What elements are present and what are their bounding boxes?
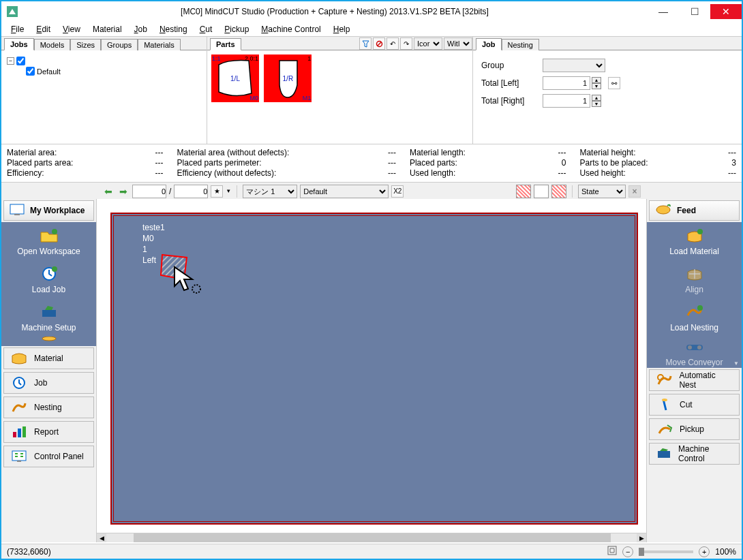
auto-nest-icon	[655, 372, 673, 388]
machine-control-button[interactable]: Machine Control	[649, 443, 740, 465]
zoom-out-button[interactable]: −	[622, 546, 633, 557]
menu-job[interactable]: Job	[129, 23, 153, 35]
move-conveyor-icon	[684, 337, 706, 356]
load-material-label: Load Material	[669, 247, 719, 256]
group-select[interactable]	[543, 59, 605, 72]
pattern-btn-3[interactable]	[551, 185, 566, 198]
icor-select[interactable]: Icor	[414, 37, 442, 50]
scroll-left[interactable]: ◀	[97, 533, 106, 542]
menu-edit[interactable]: Edit	[31, 23, 56, 35]
close-button[interactable]: ✕	[710, 4, 742, 19]
filter-icon[interactable]	[359, 37, 372, 50]
menu-cut[interactable]: Cut	[194, 23, 218, 35]
star-dropdown[interactable]: ▼	[226, 188, 231, 194]
automatic-nest-label: Automatic Nest	[679, 371, 733, 390]
zoom-in-button[interactable]: +	[699, 546, 710, 557]
witl-select[interactable]: Witl	[444, 37, 472, 50]
machine-select[interactable]: マシン 1	[243, 185, 297, 198]
load-job-button[interactable]: Load Job	[1, 260, 96, 298]
my-workplace-header[interactable]: My Workplace	[3, 200, 94, 221]
job-icon	[10, 375, 29, 391]
minimize-button[interactable]: —	[648, 4, 679, 19]
move-conveyor-dropdown-icon[interactable]: ▼	[733, 360, 739, 367]
rotate-right-icon[interactable]: ↷	[400, 37, 412, 50]
job-button[interactable]: Job	[3, 372, 94, 394]
automatic-nest-button[interactable]: Automatic Nest	[649, 369, 740, 391]
align-button[interactable]: Align	[647, 260, 742, 298]
scroll-thumb[interactable]	[134, 533, 611, 542]
tree-root-checkbox[interactable]	[16, 57, 25, 65]
svg-point-25	[662, 399, 667, 401]
menu-pickup[interactable]: Pickup	[219, 23, 254, 35]
rotate-left-icon[interactable]: ↶	[386, 37, 399, 50]
tree-root-node[interactable]: −	[7, 56, 201, 66]
menu-view[interactable]: View	[57, 23, 86, 35]
menu-machine-control[interactable]: Machine Control	[256, 23, 326, 35]
close-toolrow-button[interactable]: ×	[628, 185, 641, 198]
machine-setup-label: Machine Setup	[21, 323, 76, 332]
tree-collapse-icon[interactable]: −	[7, 57, 14, 65]
tab-job-right[interactable]: Job	[476, 38, 502, 50]
job-props-panel: Job Nesting Group Total [Left] ▲▼ ⚯ Tota…	[473, 37, 742, 144]
prev-button[interactable]: ⬅	[102, 185, 115, 198]
tab-parts[interactable]: Parts	[210, 38, 241, 50]
tab-nesting-right[interactable]: Nesting	[502, 39, 539, 50]
menu-help[interactable]: Help	[328, 23, 356, 35]
cut-button[interactable]: Cut	[649, 394, 740, 416]
tree-default-checkbox[interactable]	[26, 67, 35, 76]
scroll-right[interactable]: ▶	[637, 533, 646, 542]
total-left-down[interactable]: ▼	[592, 83, 601, 89]
open-workspace-button[interactable]: Open Workspace	[1, 222, 96, 260]
nesting-button[interactable]: Nesting	[3, 396, 94, 418]
zoom-slider[interactable]	[639, 550, 693, 553]
pattern-btn-2[interactable]	[534, 185, 549, 198]
svg-rect-3	[10, 204, 24, 214]
tab-jobs[interactable]: Jobs	[4, 38, 34, 50]
feed-label: Feed	[677, 206, 696, 215]
tab-models[interactable]: Models	[34, 39, 70, 50]
machine-setup-button[interactable]: Machine Setup	[1, 298, 96, 337]
part-card-1[interactable]: 1 M1 1/R	[264, 55, 312, 102]
page-input-1[interactable]	[132, 185, 166, 198]
pattern-btn-1[interactable]	[516, 185, 531, 198]
canvas-viewport[interactable]: teste1 M0 1 Left	[97, 199, 646, 533]
disable-icon[interactable]	[373, 37, 385, 50]
pickup-button[interactable]: Pickup	[649, 418, 740, 440]
material-button[interactable]: Material	[3, 347, 94, 369]
tree-node-default[interactable]: Default	[7, 66, 201, 76]
tab-groups[interactable]: Groups	[101, 39, 138, 50]
control-panel-button[interactable]: Control Panel	[3, 446, 94, 467]
tab-materials[interactable]: Materials	[138, 39, 181, 50]
horizontal-scrollbar[interactable]: ◀ ▶	[97, 533, 646, 542]
total-right-input[interactable]	[543, 94, 590, 108]
total-left-up[interactable]: ▲	[592, 77, 601, 83]
load-material-icon	[684, 226, 706, 245]
menu-material[interactable]: Material	[87, 23, 127, 35]
page-input-2[interactable]	[174, 185, 208, 198]
fit-icon[interactable]	[607, 546, 617, 557]
menu-file[interactable]: File	[5, 23, 29, 35]
next-button[interactable]: ➡	[117, 185, 130, 198]
part-card-0[interactable]: 1:1 2 0:1 M0 1/L	[211, 55, 259, 102]
state-select[interactable]: State	[578, 185, 626, 198]
menu-nesting[interactable]: Nesting	[154, 23, 193, 35]
feed-header[interactable]: Feed	[649, 200, 740, 221]
multiplier-button[interactable]: X2	[391, 185, 404, 198]
tab-sizes[interactable]: Sizes	[70, 39, 101, 50]
layer-select[interactable]: Default	[300, 185, 389, 198]
move-conveyor-label: Move Conveyor	[665, 358, 723, 367]
load-nesting-button[interactable]: Load Nesting	[647, 298, 742, 337]
total-right-down[interactable]: ▼	[592, 101, 601, 107]
move-conveyor-button[interactable]: Move Conveyor ▼	[647, 337, 742, 368]
job-label: Job	[34, 378, 47, 388]
star-icon[interactable]: ★	[211, 185, 223, 198]
placed-piece[interactable]	[160, 252, 189, 284]
maximize-button[interactable]: ☐	[679, 4, 710, 19]
total-right-up[interactable]: ▲	[592, 95, 601, 101]
total-left-input[interactable]	[543, 76, 590, 90]
load-material-button[interactable]: Load Material	[647, 222, 742, 260]
report-icon	[10, 424, 29, 440]
link-icon[interactable]: ⚯	[608, 77, 620, 89]
report-button[interactable]: Report	[3, 421, 94, 443]
nesting-sheet[interactable]: teste1 M0 1 Left	[110, 213, 638, 525]
